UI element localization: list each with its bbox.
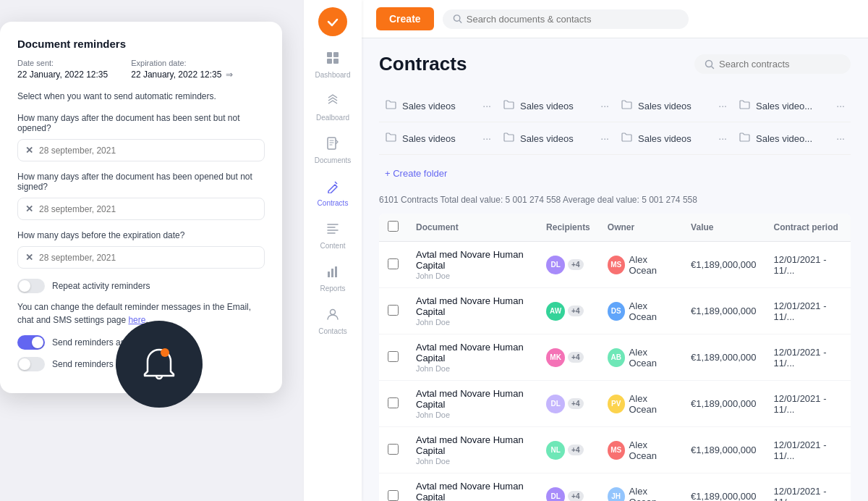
folder-item[interactable]: Sales videos ··· [497,90,615,122]
th-document: Document [407,214,537,242]
owner-avatar: AB [608,348,625,367]
contracts-tbody: Avtal med Novare Human Capital John Doe … [379,242,851,502]
row-checkbox[interactable] [388,397,399,408]
reminder-input-3: ✕ [17,246,265,269]
recipients-cell: MK+4 [537,334,599,381]
owner-cell: JH Alex Ocean [599,473,682,502]
create-folder-button[interactable]: + Create folder [379,161,851,186]
row-checkbox[interactable] [388,258,399,269]
app-container: Document reminders Date sent: 22 January… [0,0,868,501]
row-checkbox[interactable] [388,351,399,362]
sidebar-item-contracts[interactable]: Contracts [308,173,357,213]
documents-icon [326,136,340,154]
folders-grid: Sales videos ··· Sales videos ··· Sales … [379,90,851,155]
folder-item[interactable]: Sales videos ··· [379,90,497,122]
contracts-search-input[interactable] [719,59,841,70]
doc-name: Avtal med Novare Human Capital [416,249,529,271]
clear-input3-button[interactable]: ✕ [25,252,33,263]
folder-more-button[interactable]: ··· [600,100,609,111]
reminder-days-input-1[interactable] [39,146,257,156]
folder-more-button[interactable]: ··· [836,132,845,144]
sms-toggle[interactable] [17,357,45,371]
question2: How many days after the document has bee… [17,172,265,192]
create-button[interactable]: Create [376,7,434,30]
folder-more-button[interactable]: ··· [482,100,491,111]
reminder-input-2: ✕ [17,198,265,220]
folder-more-button[interactable]: ··· [718,132,727,144]
sidebar-item-documents[interactable]: Documents [308,130,357,170]
sidebar-item-dealboard[interactable]: Dealboard [308,88,357,127]
svg-point-10 [454,15,459,21]
doc-sub: John Doe [416,318,529,327]
folder-icon [739,98,750,113]
folder-more-button[interactable]: ··· [718,100,727,111]
folder-name: Sales videos [520,133,595,144]
owner-avatar: MS [608,441,625,460]
repeat-toggle-row: Repeat activity reminders [17,279,265,293]
recipient-avatar: DL [546,256,565,274]
owner-name: Alex Ocean [629,300,674,322]
sidebar-item-contacts[interactable]: Contacts [308,301,357,341]
svg-rect-4 [333,59,339,64]
folder-icon [503,98,514,113]
global-search-input[interactable] [467,14,678,25]
reminder-days-input-3[interactable] [39,253,257,263]
clear-input2-button[interactable]: ✕ [25,203,33,214]
expiration-date-field: Expiration date: 22 January, 2022 12:35 … [131,59,233,80]
repeat-toggle[interactable] [17,279,45,293]
sidebar-item-documents-label: Documents [315,156,352,164]
sidebar-item-contracts-label: Contracts [318,199,349,207]
row-checkbox[interactable] [388,305,399,316]
recipient-avatar: AW [546,302,565,321]
recipient-avatar: MK [546,348,565,367]
folder-item[interactable]: Sales videos ··· [615,122,733,155]
row-checkbox[interactable] [388,444,399,455]
folder-more-button[interactable]: ··· [482,132,491,144]
folder-more-button[interactable]: ··· [600,132,609,144]
folder-name: Sales videos [402,133,477,144]
document-cell: Avtal med Novare Human Capital John Doe [407,334,537,381]
bell-circle [116,321,203,408]
folder-item[interactable]: Sales videos ··· [379,122,497,155]
recipients-cell: DL+4 [537,473,599,502]
svg-point-0 [161,348,169,357]
recipients-count-badge: +4 [568,491,583,501]
period-cell: 12/01/2021 - 11/... [765,473,851,502]
stats-bar: 6101 Contracts Total deal value: 5 001 2… [379,195,851,205]
row-checkbox[interactable] [388,490,399,501]
recipients-count-badge: +4 [568,306,583,316]
sidebar-item-content[interactable]: Content [308,216,357,256]
expiration-value: 22 January, 2022 12:35 ⇒ [131,70,233,80]
dates-row: Date sent: 22 January, 2022 12:35 Expira… [17,59,265,80]
recipient-avatar: DL [546,487,565,502]
sidebar-logo [318,7,347,36]
sidebar-item-reports[interactable]: Reports [308,258,357,298]
contracts-title: Contracts [379,53,467,75]
folder-item[interactable]: Sales videos ··· [615,90,733,122]
clear-input1-button[interactable]: ✕ [25,145,33,156]
th-owner: Owner [599,214,682,242]
svg-rect-3 [327,59,332,64]
value-cell: €1,189,000,000 [682,473,765,502]
reminder-days-input-2[interactable] [39,204,257,214]
main-content: Create Contracts [362,0,868,501]
folder-item[interactable]: Sales video... ··· [733,122,851,155]
content-icon [326,222,340,240]
folder-item[interactable]: Sales videos ··· [497,122,615,155]
folder-more-button[interactable]: ··· [836,100,845,111]
svg-rect-2 [333,52,339,57]
forward-icon[interactable]: ⇒ [226,70,233,80]
sidebar-item-dashboard-label: Dashboard [315,71,351,79]
checkmark-icon [326,14,340,29]
sidebar-item-dashboard[interactable]: Dashboard [308,45,357,85]
folder-item[interactable]: Sales video... ··· [733,90,851,122]
value-cell: €1,189,000,000 [682,381,765,427]
svg-rect-6 [328,271,330,277]
table-row: Avtal med Novare Human Capital John Doe … [379,334,851,381]
doc-name: Avtal med Novare Human Capital [416,388,529,410]
owner-avatar: MS [608,256,625,274]
reports-icon [326,264,340,282]
email-toggle[interactable] [17,335,45,350]
select-all-checkbox[interactable] [388,221,399,232]
table-header-row: Document Recipients Owner Value Contract… [379,214,851,242]
